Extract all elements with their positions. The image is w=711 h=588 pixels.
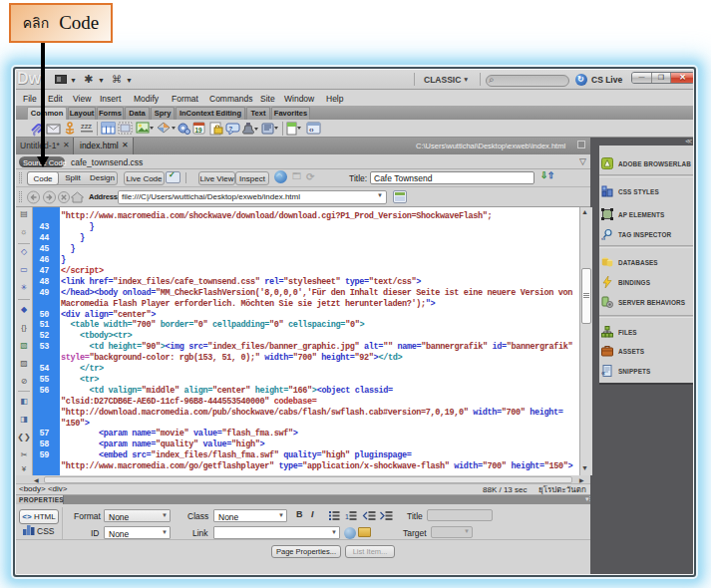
svg-text:«: « xyxy=(601,370,605,377)
svg-text:‹›: ‹› xyxy=(309,127,314,134)
svg-text:1: 1 xyxy=(345,513,349,520)
svg-text:ZZZ: ZZZ xyxy=(81,124,92,130)
svg-text:19: 19 xyxy=(195,127,203,134)
svg-text:?: ? xyxy=(229,126,233,132)
svg-text:‹›: ‹› xyxy=(601,235,605,241)
